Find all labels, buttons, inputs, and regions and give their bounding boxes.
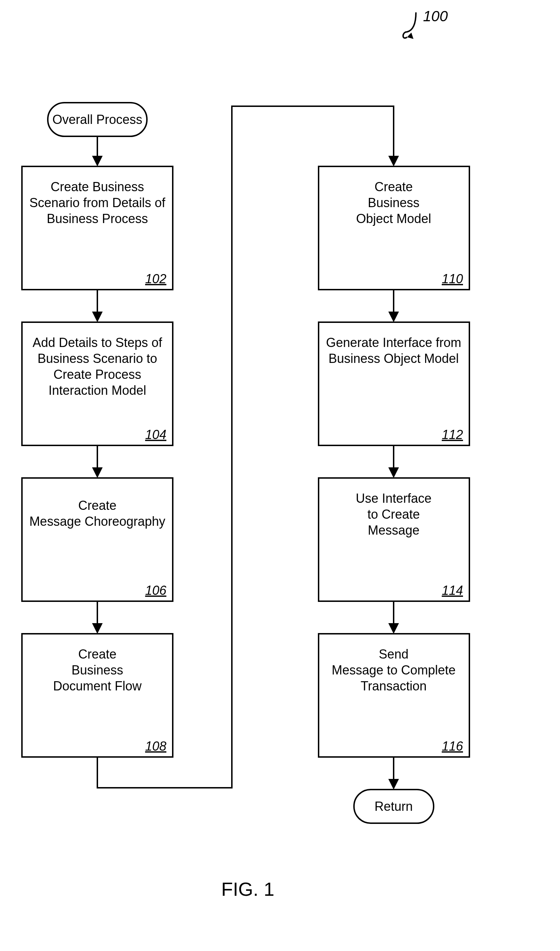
svg-text:Transaction: Transaction [361, 679, 427, 693]
svg-text:Message: Message [368, 523, 420, 537]
svg-text:Object Model: Object Model [356, 211, 431, 226]
step-108-ref: 108 [145, 739, 166, 753]
svg-text:Business: Business [71, 663, 123, 677]
step-112-ref: 112 [442, 427, 463, 442]
svg-marker-3 [92, 156, 103, 166]
step-114: Use Interface to Create Message 114 [318, 478, 469, 601]
figure-reference-number: 100 [423, 8, 448, 25]
step-112: Generate Interface from Business Object … [318, 322, 469, 445]
figure-label: FIG. 1 [221, 879, 274, 900]
arrow-116-to-return [388, 757, 399, 789]
svg-text:Business Process: Business Process [47, 211, 148, 226]
figure-reference-indicator: 100 [403, 8, 448, 39]
svg-text:Create: Create [374, 180, 413, 194]
step-114-ref: 114 [442, 583, 463, 598]
svg-text:Business Scenario to: Business Scenario to [37, 351, 157, 366]
svg-marker-37 [388, 467, 399, 478]
svg-text:Send: Send [379, 647, 409, 662]
step-110-ref: 110 [442, 272, 463, 286]
svg-text:to Create: to Create [368, 507, 420, 522]
svg-marker-21 [92, 623, 103, 634]
step-104-ref: 104 [145, 427, 166, 442]
end-terminator: Return [354, 789, 434, 823]
svg-marker-32 [388, 312, 399, 322]
step-110: Create Business Object Model 110 [318, 166, 469, 289]
arrow-102-to-104 [92, 289, 103, 322]
arrow-start-to-102 [92, 136, 103, 166]
arrow-104-to-106 [92, 445, 103, 478]
svg-rect-17 [22, 478, 173, 601]
svg-text:Use Interface: Use Interface [356, 491, 431, 506]
step-104: Add Details to Steps of Business Scenari… [22, 322, 173, 445]
svg-text:Document Flow: Document Flow [53, 679, 142, 693]
arrow-106-to-108 [92, 601, 103, 634]
svg-text:Generate Interface from: Generate Interface from [326, 335, 461, 350]
svg-text:Scenario from Details of: Scenario from Details of [29, 195, 166, 210]
svg-text:Message to Complete: Message to Complete [332, 663, 455, 677]
svg-text:Create Business: Create Business [51, 180, 144, 194]
start-terminator: Overall Process [48, 103, 147, 136]
arrow-110-to-112 [388, 289, 399, 322]
svg-text:Business Object Model: Business Object Model [329, 351, 459, 366]
step-108: Create Business Document Flow 108 [22, 634, 173, 757]
svg-marker-0 [407, 32, 414, 39]
svg-marker-26 [388, 156, 399, 166]
svg-text:Create: Create [78, 498, 117, 513]
svg-marker-49 [388, 779, 399, 789]
step-106: Create Message Choreography 106 [22, 478, 173, 601]
svg-text:Add Details to Steps of: Add Details to Steps of [32, 335, 163, 350]
arrow-114-to-116 [388, 601, 399, 634]
step-102: Create Business Scenario from Details of… [22, 166, 173, 289]
arrow-112-to-114 [388, 445, 399, 478]
svg-text:Message Choreography: Message Choreography [29, 514, 165, 529]
step-102-ref: 102 [145, 272, 166, 286]
svg-text:Business: Business [368, 195, 420, 210]
svg-marker-43 [388, 623, 399, 634]
step-106-ref: 106 [145, 583, 167, 598]
svg-text:Create Process: Create Process [54, 367, 141, 382]
step-116: Send Message to Complete Transaction 116 [318, 634, 469, 757]
svg-text:Interaction Model: Interaction Model [49, 383, 146, 398]
step-116-ref: 116 [442, 739, 463, 753]
svg-text:Create: Create [78, 647, 117, 662]
start-label: Overall Process [52, 112, 142, 127]
svg-marker-16 [92, 467, 103, 478]
end-label: Return [374, 799, 413, 814]
svg-marker-9 [92, 312, 103, 322]
